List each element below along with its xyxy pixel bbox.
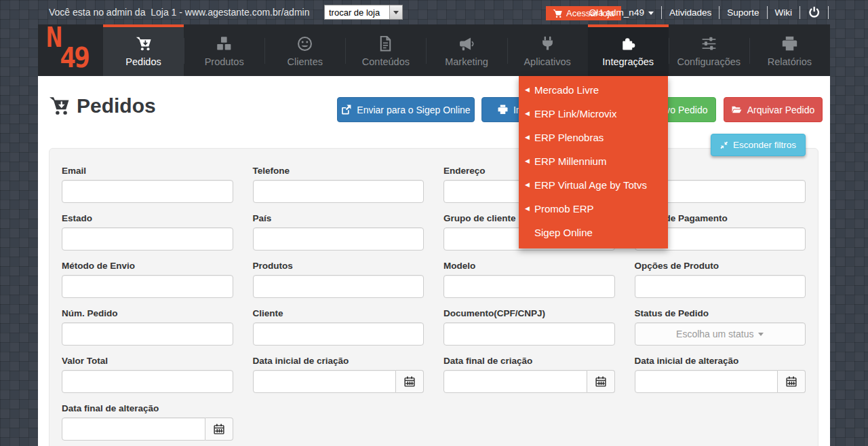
admin-note: Você esta no admin da Loja 1 - www.agest… [49, 0, 309, 24]
nav-tab-conteudos[interactable]: Conteúdos [345, 24, 426, 76]
filter-field-documento-cpf-cnpj-: Documento(CPF/CNPJ) [443, 308, 615, 346]
smile-icon [297, 36, 313, 52]
metodo-de-envio-input[interactable] [62, 276, 233, 297]
topbar-link-atividades[interactable]: Atividades [662, 7, 719, 18]
main-nav: N 49 Pedidos Produtos Clientes Conteúdos… [38, 24, 830, 76]
filters-grid: EmailTelefoneEndereçoEstadoPaísGrupo de … [62, 166, 806, 441]
menu-item-promob-erp[interactable]: ◀Promob ERP [519, 197, 668, 221]
email-input[interactable] [62, 181, 233, 202]
menu-item-erp-virtual-age-by-totvs[interactable]: ◀ERP Virtual Age by Totvs [519, 173, 668, 197]
estado-input[interactable] [62, 228, 233, 250]
submenu-left-arrow-icon: ◀ [525, 134, 534, 141]
filter-field-data-final-de-alteracao: Data final de alteração [62, 403, 233, 441]
filter-field-telefone: Telefone [253, 166, 425, 203]
submenu-left-arrow-icon: ◀ [525, 158, 534, 164]
filter-label: Documento(CPF/CNPJ) [443, 308, 615, 319]
calendar-icon[interactable] [396, 370, 424, 393]
data-final-de-alteracao-input[interactable] [62, 418, 205, 440]
nav-tab-label: Integrações [602, 56, 654, 67]
submenu-left-arrow-icon: ◀ [525, 111, 534, 117]
filter-label: Data final de alteração [62, 403, 233, 414]
folder-open-icon [732, 105, 742, 115]
topbar-link-wiki[interactable]: Wiki [768, 7, 800, 18]
filter-label: Data inicial de criação [253, 356, 425, 367]
nav-tab-clientes[interactable]: Clientes [264, 24, 345, 76]
nav-tab-configuracoes[interactable]: Configurações [669, 24, 749, 76]
nav-tab-label: Aplicativos [524, 56, 570, 67]
nav-tab-marketing[interactable]: Marketing [426, 24, 507, 76]
topbar-link-suporte[interactable]: Suporte [719, 7, 766, 18]
filter-label: País [253, 213, 425, 224]
calendar-icon[interactable] [778, 370, 806, 393]
nav-tab-label: Clientes [288, 56, 323, 67]
chevron-down-icon [648, 12, 654, 15]
enviar-para-o-sigep-online-button[interactable]: Enviar para o Sigep Online [337, 97, 475, 122]
print-icon [498, 105, 508, 115]
submenu-left-arrow-icon: ◀ [525, 182, 534, 188]
filter-label: Método de Envio [62, 261, 233, 272]
data-inicial-de-criacao-input[interactable] [254, 371, 396, 392]
cubes-icon [216, 36, 232, 52]
filter-field-data-inicial-de-alteracao: Data inicial de alteração [635, 356, 806, 393]
data-inicial-de-alteracao-input[interactable] [635, 371, 778, 392]
n49-logo[interactable]: N 49 [38, 24, 103, 76]
nav-tab-produtos[interactable]: Produtos [184, 24, 264, 76]
filter-label: Email [62, 166, 233, 176]
documento-cpf-cnpj--input[interactable] [444, 323, 614, 345]
menu-item-erp-plenobras[interactable]: ◀ERP Plenobras [519, 126, 668, 149]
filter-field-opcoes-de-produto: Opções de Produto [635, 261, 806, 298]
filter-label: Data inicial de alteração [635, 356, 806, 367]
filter-label: Estado [62, 213, 233, 224]
nav-tab-label: Marketing [445, 56, 488, 67]
valor-total-input[interactable] [62, 371, 233, 392]
nav-tab-integracoes[interactable]: Integrações [588, 24, 669, 76]
arquivar-pedido-button[interactable]: Arquivar Pedido [724, 97, 823, 122]
sliders-icon [701, 36, 717, 52]
menu-item-sigep-online[interactable]: ◀Sigep Online [519, 221, 668, 244]
bullhorn-icon [458, 36, 474, 52]
produtos-input[interactable] [254, 276, 424, 297]
num-pedido-input[interactable] [62, 323, 233, 345]
pais-input[interactable] [254, 228, 424, 250]
hide-filters-button[interactable]: Esconder filtros [711, 134, 806, 156]
filter-label: Produtos [253, 261, 425, 272]
filter-field-email: Email [62, 166, 233, 203]
filter-field-data-inicial-de-criacao: Data inicial de criação [253, 356, 425, 393]
opcoes-de-produto-input[interactable] [635, 276, 806, 297]
external-link-icon [341, 105, 351, 115]
file-text-icon [378, 36, 393, 52]
logout-button[interactable] [800, 6, 828, 19]
topbar-user-menu: Olá adm_n49AtividadesSuporteWiki [582, 0, 829, 24]
plug-icon [540, 36, 555, 52]
nav-tab-label: Conteúdos [362, 56, 410, 67]
nav-tab-pedidos[interactable]: Pedidos [103, 24, 184, 76]
modelo-input[interactable] [444, 276, 614, 297]
filter-label: Telefone [253, 166, 425, 176]
menu-item-erp-link-microvix[interactable]: ◀ERP Link/Microvix [519, 102, 668, 126]
filter-field-pais: País [253, 213, 425, 250]
filter-field-modelo: Modelo [443, 261, 615, 298]
telefone-input[interactable] [254, 181, 424, 202]
nav-tab-relatorios[interactable]: Relatórios [749, 24, 830, 76]
filter-field-num-pedido: Núm. Pedido [62, 308, 233, 346]
nav-tab-label: Pedidos [125, 56, 161, 67]
nav-tab-label: Produtos [205, 56, 244, 67]
calendar-icon[interactable] [587, 370, 615, 393]
user-greeting: Olá adm_n49 [589, 7, 644, 18]
menu-item-erp-millennium[interactable]: ◀ERP Millennium [519, 149, 668, 173]
filter-label: Status de Pedido [635, 308, 806, 319]
calendar-icon[interactable] [205, 417, 233, 441]
user-menu-button[interactable]: Olá adm_n49 [582, 7, 661, 18]
puzzle-icon [620, 36, 636, 52]
cliente-input[interactable] [254, 323, 424, 345]
compress-icon [720, 141, 728, 149]
page-title: Pedidos [49, 94, 156, 117]
data-final-de-criacao-input[interactable] [444, 371, 587, 392]
cart-arrow-down-icon [49, 96, 69, 116]
nav-tab-aplicativos[interactable]: Aplicativos [507, 24, 588, 76]
store-select[interactable]: trocar de loja [324, 5, 403, 20]
submenu-left-arrow-icon: ◀ [525, 206, 534, 212]
status-select[interactable]: Escolha um status [635, 322, 806, 346]
menu-item-mercado-livre[interactable]: ◀Mercado Livre [519, 78, 668, 102]
filter-label: Valor Total [62, 356, 233, 367]
